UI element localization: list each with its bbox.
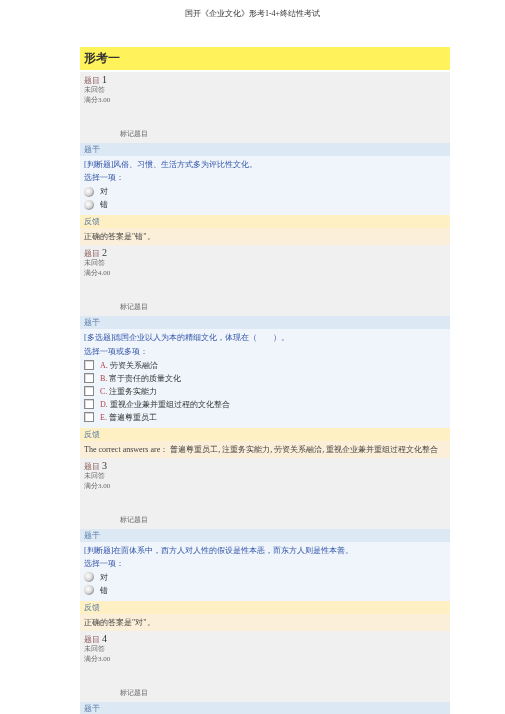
score: 满分3.00	[84, 654, 446, 664]
option-false: 错	[84, 584, 446, 597]
option-false: 错	[84, 198, 446, 211]
answer: 正确的答案是"错"。	[80, 228, 450, 245]
option-a: A.劳资关系融洽	[84, 359, 446, 372]
option-label: 对	[100, 572, 108, 583]
score: 满分4.00	[84, 268, 446, 278]
option-label: 错	[100, 199, 108, 210]
option-label: 对	[100, 186, 108, 197]
status: 未回答	[84, 645, 446, 654]
option-true: 对	[84, 571, 446, 584]
stem-label: 题干	[80, 316, 450, 329]
checkbox-icon[interactable]	[84, 399, 94, 409]
option-e: E.普遍尊重员工	[84, 411, 446, 424]
select-hint: 选择一项：	[84, 558, 446, 569]
question-prefix: 题目	[84, 635, 100, 644]
flag-question[interactable]: 标记题目	[120, 302, 148, 312]
checkbox-icon[interactable]	[84, 373, 94, 383]
checkbox-icon[interactable]	[84, 386, 94, 396]
page-header: 国开《企业文化》形考1-4+终结性考试	[0, 0, 505, 27]
exam-title: 形考一	[80, 47, 450, 70]
option-d: D.重视企业兼并重组过程的文化整合	[84, 398, 446, 411]
radio-icon[interactable]	[84, 572, 94, 582]
option-label: B.富于责任的质量文化	[100, 373, 181, 384]
question-number: 2	[102, 247, 107, 258]
stem-label: 题干	[80, 529, 450, 542]
answer: 正确的答案是"对"。	[80, 614, 450, 631]
question-prefix: 题目	[84, 462, 100, 471]
question-body: [判断题]在面体系中，西方人对人性的假设是性本恶，而东方人则是性本善。 选择一项…	[80, 542, 450, 601]
stem-label: 题干	[80, 143, 450, 156]
question-text: [判断题]在面体系中，西方人对人性的假设是性本恶，而东方人则是性本善。	[84, 545, 446, 556]
question-prefix: 题目	[84, 76, 100, 85]
status: 未回答	[84, 259, 446, 268]
option-c: C.注重务实能力	[84, 385, 446, 398]
radio-icon[interactable]	[84, 200, 94, 210]
question-number: 1	[102, 74, 107, 85]
select-hint: 选择一项或多项：	[84, 346, 446, 357]
radio-icon[interactable]	[84, 585, 94, 595]
flag-question[interactable]: 标记题目	[120, 688, 148, 698]
spacer: 标记题目	[80, 493, 450, 529]
question-prefix: 题目	[84, 249, 100, 258]
question-header: 题目 2 未回答 满分4.00	[80, 245, 450, 280]
option-label: 错	[100, 585, 108, 596]
feedback-label: 反馈	[80, 215, 450, 228]
question-body: [多选题]德国企业以人为本的精细文化，体现在（ ）。 选择一项或多项： A.劳资…	[80, 329, 450, 427]
score: 满分3.00	[84, 95, 446, 105]
checkbox-icon[interactable]	[84, 360, 94, 370]
option-label: D.重视企业兼并重组过程的文化整合	[100, 399, 230, 410]
spacer: 标记题目	[80, 666, 450, 702]
question-header: 题目 3 未回答 满分3.00	[80, 458, 450, 493]
flag-question[interactable]: 标记题目	[120, 129, 148, 139]
question-number: 4	[102, 633, 107, 644]
option-b: B.富于责任的质量文化	[84, 372, 446, 385]
status: 未回答	[84, 472, 446, 481]
radio-icon[interactable]	[84, 187, 94, 197]
select-hint: 选择一项：	[84, 172, 446, 183]
score: 满分3.00	[84, 481, 446, 491]
option-true: 对	[84, 185, 446, 198]
checkbox-icon[interactable]	[84, 412, 94, 422]
option-label: C.注重务实能力	[100, 386, 157, 397]
question-header: 题目 1 未回答 满分3.00	[80, 72, 450, 107]
question-text: [判断题]风俗、习惯、生活方式多为评比性文化。	[84, 159, 446, 170]
feedback-label: 反馈	[80, 428, 450, 441]
status: 未回答	[84, 86, 446, 95]
spacer: 标记题目	[80, 280, 450, 316]
option-label: A.劳资关系融洽	[100, 360, 158, 371]
question-number: 3	[102, 460, 107, 471]
question-body: [判断题]风俗、习惯、生活方式多为评比性文化。 选择一项： 对 错	[80, 156, 450, 215]
option-label: E.普遍尊重员工	[100, 412, 157, 423]
content: 形考一 题目 1 未回答 满分3.00 标记题目 题干 [判断题]风俗、习惯、生…	[80, 47, 450, 714]
feedback-label: 反馈	[80, 601, 450, 614]
spacer: 标记题目	[80, 107, 450, 143]
answer: The correct answers are： 普遍尊重员工, 注重务实能力,…	[80, 441, 450, 458]
stem-label: 题干	[80, 702, 450, 714]
question-text: [多选题]德国企业以人为本的精细文化，体现在（ ）。	[84, 332, 446, 343]
question-header: 题目 4 未回答 满分3.00	[80, 631, 450, 666]
flag-question[interactable]: 标记题目	[120, 515, 148, 525]
